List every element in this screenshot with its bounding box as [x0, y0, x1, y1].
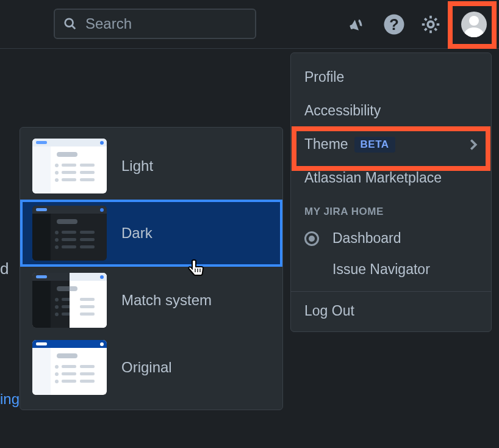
- svg-rect-53: [80, 305, 95, 308]
- theme-label: Light: [121, 157, 153, 175]
- menu-label: Dashboard: [332, 230, 401, 247]
- svg-point-5: [469, 16, 479, 26]
- search-input[interactable]: [85, 15, 268, 32]
- svg-point-18: [55, 178, 59, 182]
- svg-point-69: [55, 380, 59, 383]
- theme-thumb-light: [32, 139, 107, 193]
- svg-rect-34: [62, 245, 76, 248]
- svg-line-1: [72, 26, 75, 29]
- bg-link-text[interactable]: ing: [0, 391, 20, 408]
- menu-label: Theme: [304, 136, 348, 153]
- svg-rect-31: [62, 238, 76, 241]
- svg-rect-70: [62, 380, 76, 383]
- top-bar: ?: [0, 0, 499, 49]
- menu-profile[interactable]: Profile: [291, 60, 491, 94]
- svg-rect-25: [32, 214, 51, 261]
- svg-rect-32: [80, 238, 95, 241]
- menu-theme[interactable]: Theme BETA: [291, 128, 491, 161]
- svg-rect-64: [62, 365, 76, 368]
- svg-rect-23: [36, 208, 47, 211]
- theme-option-original[interactable]: Original: [20, 334, 282, 401]
- svg-point-30: [55, 238, 59, 242]
- svg-point-27: [55, 231, 59, 234]
- section-header-home: MY JIRA HOME: [291, 195, 491, 223]
- bg-text: d: [0, 259, 9, 278]
- svg-rect-62: [57, 353, 77, 358]
- theme-option-light[interactable]: Light: [20, 132, 282, 200]
- user-dropdown: Profile Accessibility Theme BETA Atlassi…: [290, 52, 492, 332]
- svg-rect-54: [80, 313, 95, 316]
- svg-rect-16: [62, 171, 76, 174]
- help-icon: ?: [383, 13, 405, 35]
- svg-rect-35: [80, 245, 95, 248]
- svg-point-63: [55, 365, 59, 369]
- radio-checked-icon: [304, 231, 319, 246]
- svg-point-33: [55, 245, 59, 249]
- svg-rect-68: [80, 372, 95, 375]
- svg-rect-11: [57, 152, 77, 157]
- svg-rect-29: [80, 231, 95, 234]
- svg-rect-26: [57, 219, 77, 224]
- chevron-right-icon: [469, 139, 478, 151]
- svg-point-56: [100, 275, 104, 279]
- svg-point-66: [55, 372, 59, 376]
- home-dashboard[interactable]: Dashboard: [291, 223, 491, 254]
- menu-label: Atlassian Marketplace: [304, 170, 442, 186]
- svg-point-45: [55, 305, 59, 309]
- svg-rect-71: [80, 380, 95, 383]
- settings-button[interactable]: [412, 0, 449, 49]
- svg-rect-19: [62, 178, 76, 181]
- menu-label: Profile: [304, 69, 344, 85]
- theme-option-match-system[interactable]: Match system: [20, 267, 282, 334]
- help-button[interactable]: ?: [376, 0, 412, 49]
- svg-point-47: [55, 313, 59, 316]
- menu-label: Issue Navigator: [332, 261, 430, 278]
- svg-rect-28: [62, 231, 76, 234]
- megaphone-icon: [347, 14, 368, 35]
- svg-rect-52: [80, 298, 95, 301]
- search-field[interactable]: [54, 9, 256, 39]
- avatar-icon: [461, 12, 487, 37]
- home-issue-navigator[interactable]: Issue Navigator: [291, 254, 491, 285]
- svg-point-4: [428, 21, 434, 27]
- menu-label: Accessibility: [304, 103, 381, 119]
- menu-logout[interactable]: Log Out: [291, 292, 491, 331]
- search-icon: [63, 17, 77, 31]
- theme-option-dark[interactable]: Dark: [20, 200, 282, 267]
- theme-label: Original: [121, 359, 172, 376]
- svg-rect-55: [36, 275, 47, 278]
- svg-point-0: [65, 19, 73, 27]
- menu-label: Log Out: [304, 303, 354, 319]
- theme-thumb-original: [32, 340, 107, 395]
- svg-rect-8: [36, 141, 47, 144]
- theme-thumb-match-system: [32, 273, 107, 328]
- svg-text:?: ?: [389, 16, 399, 33]
- theme-popover: Light Dark: [20, 127, 283, 410]
- theme-thumb-dark: [32, 206, 107, 261]
- gear-icon: [420, 13, 442, 35]
- svg-rect-67: [62, 372, 76, 375]
- svg-point-15: [55, 171, 59, 175]
- svg-point-43: [55, 298, 59, 302]
- svg-rect-59: [36, 342, 47, 345]
- theme-label: Dark: [121, 225, 153, 242]
- svg-point-9: [100, 141, 104, 145]
- svg-rect-41: [32, 281, 51, 328]
- svg-rect-61: [32, 348, 51, 395]
- svg-point-60: [100, 342, 104, 346]
- svg-rect-17: [80, 171, 95, 174]
- avatar-button[interactable]: [449, 0, 499, 49]
- svg-rect-65: [80, 365, 95, 368]
- svg-rect-13: [62, 164, 76, 167]
- svg-rect-14: [80, 164, 95, 167]
- beta-badge: BETA: [354, 137, 395, 153]
- menu-marketplace[interactable]: Atlassian Marketplace: [291, 161, 491, 195]
- svg-rect-20: [80, 178, 95, 181]
- svg-point-24: [100, 208, 104, 212]
- menu-accessibility[interactable]: Accessibility: [291, 94, 491, 128]
- svg-point-12: [55, 164, 59, 167]
- theme-label: Match system: [121, 292, 212, 309]
- svg-rect-10: [32, 146, 51, 193]
- feedback-button[interactable]: [339, 0, 376, 49]
